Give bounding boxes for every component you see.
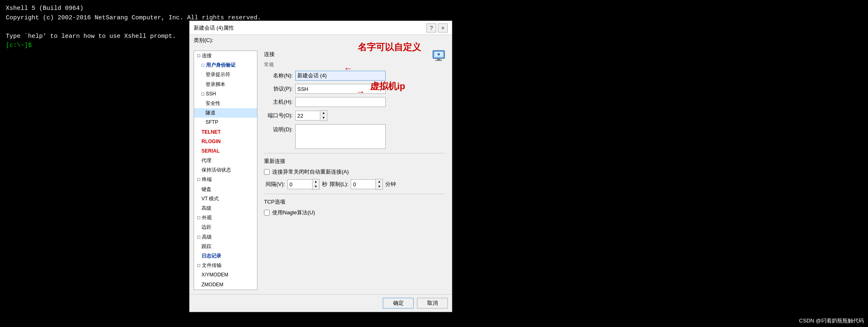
ok-button[interactable]: 确定	[383, 298, 414, 308]
settings-panel: 连接 常规 名称(N): 协议(P): SSH TELNET RLOGIN SE…	[262, 51, 448, 290]
tree-item-margin[interactable]: 边距	[194, 223, 257, 232]
tcp-checkbox[interactable]	[264, 210, 270, 216]
interval-up-button[interactable]: ▲	[312, 179, 319, 184]
csdn-watermark: CSDN @叼着奶瓶瓶触代码	[799, 317, 864, 325]
limit-spinner: ▲ ▼	[351, 179, 383, 190]
tree-item-trace[interactable]: 跟踪	[194, 242, 257, 251]
tree-item-connection[interactable]: □ 连接	[194, 51, 257, 60]
name-row: 名称(N):	[264, 71, 445, 81]
desc-row: 说明(D):	[264, 124, 445, 149]
name-label: 名称(N):	[264, 72, 293, 79]
tree-item-tunnel[interactable]: 隧道	[194, 108, 257, 118]
cancel-button[interactable]: 取消	[417, 298, 448, 308]
titlebar-buttons: ? ×	[426, 23, 448, 32]
tree-item-appearance[interactable]: □ 外观	[194, 213, 257, 223]
host-row: 主机(H):	[264, 97, 445, 107]
settings-section-title: 连接	[264, 51, 445, 58]
tree-item-advanced-terminal[interactable]: 高级	[194, 204, 257, 213]
limit-unit: 分钟	[385, 181, 396, 188]
tree-item-rlogin[interactable]: RLOGIN	[194, 137, 257, 146]
desc-label: 说明(D):	[264, 126, 293, 133]
port-down-button[interactable]: ▼	[320, 116, 327, 121]
port-label: 端口号(O):	[264, 112, 293, 119]
interval-row: 间隔(V): ▲ ▼ 秒 限制(L): ▲ ▼ 分钟	[264, 179, 445, 190]
dialog-footer: 确定 取消	[190, 294, 452, 312]
tree-item-vt-mode[interactable]: VT 模式	[194, 194, 257, 204]
reconnect-checkbox-row: 连接异常关闭时自动重新连接(A)	[264, 168, 445, 176]
protocol-select[interactable]: SSH TELNET RLOGIN SERIAL FTP SFTP	[295, 84, 386, 94]
interval-down-button[interactable]: ▼	[312, 184, 319, 189]
limit-up-button[interactable]: ▲	[376, 179, 382, 184]
category-tree[interactable]: □ 连接 □ 用户身份验证 登录提示符 登录脚本 □ SSH 安全性 隧道 SF…	[194, 51, 257, 290]
svg-point-5	[437, 53, 440, 56]
tree-item-keyboard[interactable]: 键盘	[194, 185, 257, 194]
close-button[interactable]: ×	[438, 23, 448, 32]
port-row: 端口号(O): ▲ ▼	[264, 110, 445, 121]
tree-item-ssh[interactable]: □ SSH	[194, 89, 257, 99]
svg-rect-2	[437, 58, 440, 60]
interval-unit: 秒	[322, 181, 327, 188]
tree-item-advanced[interactable]: □ 高级	[194, 232, 257, 242]
name-input[interactable]	[295, 71, 386, 81]
tree-item-user-auth[interactable]: □ 用户身份验证	[194, 60, 257, 70]
tree-item-xymodem[interactable]: X/YMODEM	[194, 270, 257, 280]
help-button[interactable]: ?	[426, 23, 436, 32]
port-spinner-buttons: ▲ ▼	[320, 110, 327, 121]
dialog-titlebar: 新建会话 (4)属性 ? ×	[190, 21, 452, 35]
session-properties-dialog: 新建会话 (4)属性 ? × 类别(C): □ 连接 □ 用户身份验证 登录提示…	[189, 21, 452, 312]
interval-spinner: ▲ ▼	[287, 179, 319, 190]
port-spinner: ▲ ▼	[295, 110, 327, 121]
interval-label: 间隔(V):	[266, 181, 285, 188]
tcp-title: TCP选项	[264, 198, 445, 206]
settings-group-title: 常规	[264, 61, 445, 68]
host-input[interactable]	[295, 97, 386, 107]
protocol-row: 协议(P): SSH TELNET RLOGIN SERIAL FTP SFTP…	[264, 84, 445, 94]
interval-input[interactable]	[287, 179, 312, 189]
section-divider-1	[264, 153, 445, 153]
tree-item-terminal[interactable]: □ 终端	[194, 175, 257, 184]
tree-item-sftp[interactable]: SFTP	[194, 118, 257, 127]
reconnect-checkbox-label: 连接异常关闭时自动重新连接(A)	[272, 168, 349, 176]
desc-textarea[interactable]	[295, 124, 386, 149]
tree-item-serial[interactable]: SERIAL	[194, 146, 257, 156]
tree-item-zmodem[interactable]: ZMODEM	[194, 280, 257, 290]
tcp-checkbox-label: 使用Nagle算法(U)	[272, 209, 315, 216]
computer-icon-wrapper	[431, 48, 448, 66]
reconnect-title: 重新连接	[264, 158, 445, 165]
interval-spinner-buttons: ▲ ▼	[312, 179, 319, 190]
tree-item-filetransfer[interactable]: □ 文件传输	[194, 261, 257, 270]
section-divider-2	[264, 194, 445, 194]
tree-item-telnet[interactable]: TELNET	[194, 128, 257, 137]
category-label: 类别(C):	[190, 35, 452, 45]
port-input[interactable]	[295, 111, 320, 121]
dialog-title: 新建会话 (4)属性	[194, 24, 234, 32]
limit-down-button[interactable]: ▼	[376, 184, 382, 189]
dialog-body: □ 连接 □ 用户身份验证 登录提示符 登录脚本 □ SSH 安全性 隧道 SF…	[190, 46, 452, 294]
tree-item-login-script[interactable]: 登录脚本	[194, 80, 257, 89]
tcp-checkbox-row: 使用Nagle算法(U)	[264, 209, 445, 216]
host-label: 主机(H):	[264, 98, 293, 106]
computer-icon	[431, 48, 448, 65]
tree-item-login-prompt[interactable]: 登录提示符	[194, 70, 257, 79]
tree-item-security[interactable]: 安全性	[194, 99, 257, 108]
protocol-label: 协议(P):	[264, 85, 293, 93]
reconnect-checkbox[interactable]	[264, 169, 270, 175]
port-up-button[interactable]: ▲	[320, 111, 327, 116]
svg-rect-3	[435, 60, 442, 61]
limit-label: 限制(L):	[330, 181, 349, 188]
limit-spinner-buttons: ▲ ▼	[375, 179, 383, 190]
limit-input[interactable]	[351, 179, 375, 189]
protocol-select-wrapper: SSH TELNET RLOGIN SERIAL FTP SFTP ▾	[295, 84, 386, 94]
tree-item-keepalive[interactable]: 保持活动状态	[194, 165, 257, 175]
tree-item-proxy[interactable]: 代理	[194, 156, 257, 165]
tree-item-logging[interactable]: 日志记录	[194, 251, 257, 261]
terminal-line-1: Xshell 5 (Build 0964)	[6, 4, 862, 14]
